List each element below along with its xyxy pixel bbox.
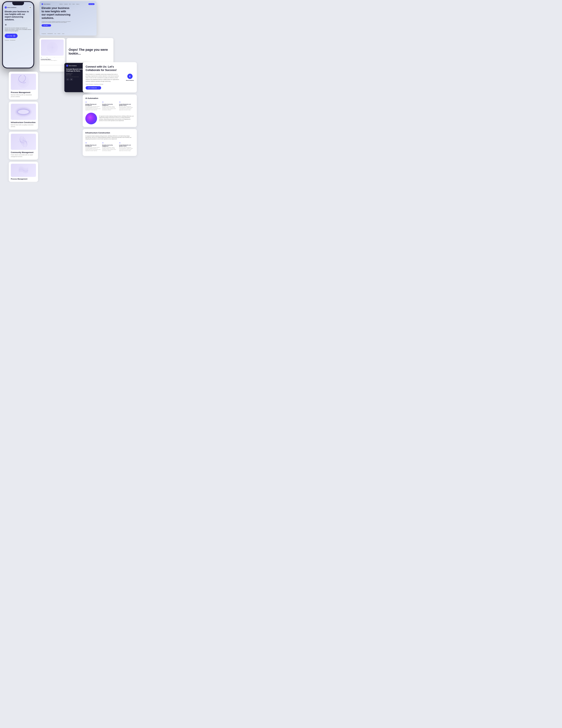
ai-feature-1-title: Strategic Planning and Development	[85, 104, 100, 106]
ai-card-title: AI Automation	[85, 97, 134, 99]
right-content-column: Connect with Us: Let's Collaborate for S…	[83, 62, 137, 156]
connect-card: Connect with Us: Let's Collaborate for S…	[83, 62, 137, 92]
phone-nav: E Elevix Solutions	[5, 6, 32, 9]
infra-feature-3-title: Content Moderation and Quality Control	[119, 145, 134, 147]
phone-asterisk: ✳	[5, 23, 32, 26]
contact-company-name: Elevix Solutions	[69, 65, 77, 66]
connect-company: Elevix Solutions	[126, 80, 134, 81]
infra-feature-3: ✦ Content Moderation and Quality Control…	[119, 142, 134, 151]
svg-point-1	[51, 46, 54, 49]
brand-deloitte: Deloitte.	[58, 33, 61, 34]
infrastructure-card: Infrastructure Construction Build the fu…	[9, 102, 38, 130]
ai-feature-2: ✦ Proactive Community Engagement We init…	[102, 101, 117, 111]
connect-title: Connect with Us: Let's Collaborate for S…	[86, 65, 121, 72]
svg-point-2	[50, 45, 55, 50]
svg-point-5	[47, 42, 57, 53]
process-spiral-image	[41, 40, 64, 56]
process-card-title: Process Management	[11, 91, 36, 93]
ai-gradient-blob	[85, 113, 97, 124]
ai-body-text: Our approach includes analyzing existing…	[99, 115, 134, 122]
mobile-phone: E Elevix Solutions Elevate your business…	[2, 1, 34, 68]
nav-link-b2c[interactable]: B2C ▾	[69, 4, 71, 5]
process-management-small-card: Process Management Maximize efficiency w…	[39, 38, 65, 72]
process2-title: Process Management	[11, 178, 36, 180]
desktop-nav-links: Solutions ▾ Industries ▾ B2C ▾ About ▾ C…	[59, 4, 79, 5]
phone-cta-button[interactable]: Let's Talk →	[5, 34, 18, 38]
404-card: ⌂ 404 Oops! The page you were lookin...	[67, 38, 113, 64]
phone-screen: E Elevix Solutions Elevate your business…	[3, 2, 33, 68]
ai-feature-1-icon: ✦	[85, 101, 100, 103]
ai-feature-3-desc: We ensure a safe environment by enforcin…	[119, 106, 134, 111]
wave-icon	[18, 165, 29, 175]
phone-menu-button[interactable]	[29, 6, 32, 9]
brand-progressive: PROGRESSIVE	[48, 33, 53, 34]
brand-wonde: wonde	[62, 33, 64, 34]
nav-link-careers[interactable]: Careers ▾	[76, 4, 79, 5]
infra-feature-1-title: Strategic Planning and Development	[85, 145, 100, 147]
infra-feature-3-desc: We ensure a safe environment by enforcin…	[119, 147, 134, 151]
community-spiral-icon	[17, 135, 30, 148]
process-card-image	[11, 74, 36, 90]
contact-secondary-button[interactable]: ⚙	[70, 78, 73, 81]
ai-feature-1-desc: From defining clear community missions t…	[85, 106, 100, 111]
infra-feature-2-title: Proactive Community Engagement	[102, 145, 117, 147]
nav-link-solutions[interactable]: Solutions ▾	[59, 4, 63, 5]
desktop-logo-dot	[42, 3, 43, 5]
ai-feature-2-desc: We initiate conversations, respond promp…	[102, 106, 117, 111]
phone-hero-title: Elevate your business to new heights wit…	[5, 10, 32, 21]
brand-thoughtspot: Thoughtspot	[42, 33, 46, 34]
desktop-brands-row: Thoughtspot PROGRESSIVE Crisp Deloitte. …	[42, 33, 94, 34]
nav-link-industries[interactable]: Industries ▾	[64, 4, 68, 5]
desktop-lets-talk-button[interactable]: Let's Talk →	[42, 24, 51, 27]
lets-collaborate-button[interactable]: Let's Collaborate →	[86, 86, 101, 90]
svg-point-0	[52, 47, 53, 48]
community-card-desc: Foster vibrant communities with our expe…	[11, 154, 36, 158]
ai-features-row: ✦ Strategic Planning and Development Fro…	[85, 101, 134, 111]
desktop-hero-title: Elevate your business to new heights wit…	[42, 6, 71, 20]
infra-feature-1-desc: From defining clear community missions t…	[85, 147, 100, 151]
phone-arrow-icon: →	[13, 35, 15, 37]
collaborate-label: Let's Collaborate	[88, 87, 97, 89]
infra-feature-1: ✦ Strategic Planning and Development Fro…	[85, 142, 100, 151]
desktop-hero-subtitle: ✳ Discover how our proven strategies and…	[42, 21, 94, 23]
connect-logo-circle: E	[127, 74, 133, 79]
ai-feature-3: ✦ Content Moderation and Quality Control…	[119, 101, 134, 111]
spiral-svg	[47, 42, 58, 53]
phone-notch	[12, 2, 24, 5]
desktop-nav: Elevix Solutions Solutions ▾ Industries …	[42, 3, 94, 5]
phone-logo: E Elevix Solutions	[5, 6, 16, 8]
svg-point-4	[48, 43, 57, 52]
infra-feature-1-icon: ✦	[85, 142, 100, 144]
phone-brand-progressive: PROGRESSIVE	[10, 40, 15, 41]
phone-brands-row: Thoughtspot PROGRESSIVE	[5, 40, 32, 41]
desktop-get-in-touch-button[interactable]: Get in Touch	[88, 3, 94, 5]
infra-feature-2-desc: We initiate conversations, respond promp…	[102, 147, 117, 151]
menu-line-1	[30, 7, 31, 7]
desktop-cta-label: Let's Talk	[44, 25, 48, 26]
infrastructure-section-card: Infrastructure Construction Our approach…	[83, 129, 137, 156]
brand-crisp: Crisp	[54, 33, 56, 34]
ai-body-row: Our approach includes analyzing existing…	[85, 113, 134, 124]
process-spiral-icon	[17, 75, 30, 88]
community-card-title: Community Management	[11, 151, 36, 153]
infra-card-title: Infrastructure Construction	[11, 121, 36, 123]
ai-feature-3-title: Content Moderation and Quality Control	[119, 104, 134, 106]
connect-body: Elevix Solutions is a reputable outsourc…	[86, 73, 121, 82]
contact-logo-icon: E	[66, 65, 68, 67]
left-service-column: Process Management Maximize efficiency w…	[9, 72, 38, 182]
ai-feature-3-icon: ✦	[119, 101, 134, 103]
desktop-cta-arrow: →	[48, 25, 49, 26]
community-card: Community Management Foster vibrant comm…	[9, 132, 38, 160]
contact-send-button[interactable]: ✈	[66, 78, 69, 81]
community-indicator-desc: Foster vibrant communities with our expe…	[41, 60, 63, 61]
nav-link-about[interactable]: About ▾	[72, 4, 75, 5]
connect-author: Sarah Thompson, Operations Manager	[86, 84, 134, 85]
community-card-image	[11, 134, 36, 150]
phone-cta-label: Let's Talk	[7, 35, 12, 37]
ai-automation-card: AI Automation ✦ Strategic Planning and D…	[83, 95, 137, 127]
process-partial-card: Process Management	[9, 162, 38, 182]
ai-feature-2-icon: ✦	[102, 101, 117, 103]
connect-logo: E Elevix Solutions	[126, 74, 134, 81]
phone-brand-thoughtspot: Thoughtspot	[5, 40, 9, 41]
infra-feature-3-icon: ✦	[119, 142, 134, 144]
